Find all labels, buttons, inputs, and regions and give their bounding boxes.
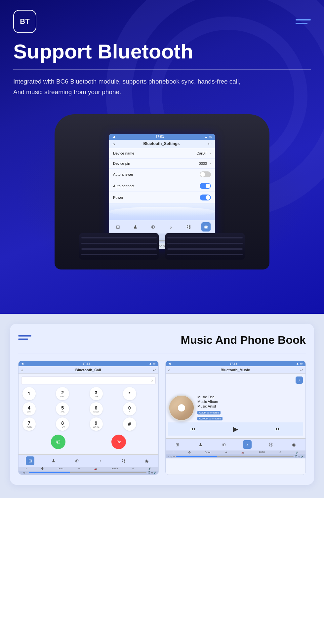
status-icons: ▲ ▭ — [204, 135, 212, 139]
music-home-icon[interactable]: ⌂ — [168, 368, 170, 372]
bottom-card-header: Music And Phone Book — [18, 334, 306, 346]
music-nav: ⌂ Bluetooth_Music ↩ — [166, 366, 305, 374]
dial-2[interactable]: 2ABC — [56, 387, 69, 400]
call-camera-icon[interactable]: ◉ — [142, 456, 151, 465]
auto-answer-toggle[interactable] — [200, 171, 211, 177]
link-icon[interactable]: ⛓ — [184, 222, 193, 232]
music-bottom-bar: ⊞ ♟ ✆ ♪ ⛓ ◉ — [166, 438, 305, 450]
chevron-icon: › — [210, 151, 211, 156]
music-icon[interactable]: ♪ — [166, 222, 176, 232]
music-link-icon[interactable]: ⛓ — [266, 440, 275, 449]
redial-button[interactable]: Re — [111, 435, 126, 449]
car-body: ◀ 17:53 ▲ ▭ ⌂ Bluetooth_Settings ↩ Devic… — [55, 114, 269, 269]
setting-device-name[interactable]: Device name CarBT › — [109, 148, 215, 159]
left-vent — [79, 233, 159, 260]
dial-hash[interactable]: # — [123, 417, 136, 431]
screen-statusbar: ◀ 17:53 ▲ ▭ — [109, 134, 215, 140]
dial-7[interactable]: 7PQRS — [22, 417, 36, 431]
screen-nav: ⌂ Bluetooth_Settings ↩ — [109, 140, 215, 148]
music-note-icon[interactable]: ♪ — [296, 376, 303, 384]
answer-call-button[interactable]: ✆ — [51, 435, 65, 449]
screen-bottom-bar: ⊞ ♟ ✆ ♪ ⛓ ◉ — [109, 220, 215, 233]
call-home-icon[interactable]: ⌂ — [21, 368, 23, 372]
music-music-icon[interactable]: ♪ — [243, 440, 252, 449]
power-toggle[interactable] — [200, 195, 211, 200]
dial-1[interactable]: 1 — [22, 387, 36, 400]
bluetooth-settings-screen: ◀ 17:53 ▲ ▭ ⌂ Bluetooth_Settings ↩ Devic… — [109, 134, 215, 249]
music-info-row: Music Title Music Album Music Artist A2D… — [168, 395, 303, 421]
music-body: ♪ Music Title Music Album Music Artist A… — [166, 374, 305, 438]
call-sys-bar: ⌂ ⏻ DUAL ❄ 🚗 AUTO ↺ 🔊 — [19, 467, 158, 471]
music-artist: Music Artist — [197, 404, 303, 408]
call-music-icon[interactable]: ♪ — [96, 456, 104, 465]
music-controls: ⏮ ▶ ⏭ — [168, 422, 303, 436]
music-nav-title: Bluetooth_Music — [221, 368, 250, 372]
call-person-icon[interactable]: ♟ — [49, 456, 58, 465]
call-grid-icon[interactable]: ⊞ — [26, 456, 34, 465]
call-back-nav-icon[interactable]: ↩ — [153, 368, 156, 372]
toggle-knob — [206, 184, 210, 188]
call-link-icon[interactable]: ⛓ — [119, 456, 128, 465]
screen-nav-title: Bluetooth_Settings — [143, 141, 180, 146]
dial-3[interactable]: 3DEF — [90, 387, 103, 400]
dial-actions: ✆ Re — [21, 432, 156, 452]
car-area: ◀ 17:53 ▲ ▭ ⌂ Bluetooth_Settings ↩ Devic… — [13, 101, 311, 286]
call-time: 17:53 — [83, 362, 90, 365]
screen-back-icon[interactable]: ↩ — [208, 141, 212, 146]
call-statusbar: ◀ 17:53 ▲ ▭ — [19, 361, 158, 366]
music-camera-icon[interactable]: ◉ — [290, 440, 298, 449]
screen-settings-body: Device name CarBT › Device pin 0000 › — [109, 148, 215, 220]
menu-button[interactable] — [296, 19, 311, 24]
setting-auto-connect[interactable]: Auto connect — [109, 180, 215, 192]
bt-logo: BT — [13, 10, 36, 33]
person-icon[interactable]: ♟ — [131, 222, 140, 232]
music-phone-icon[interactable]: ✆ — [220, 440, 228, 449]
clear-search-icon[interactable]: ✕ — [151, 379, 153, 382]
call-search-bar[interactable]: ✕ — [21, 376, 156, 384]
hero-section: BT Support Bluetooth Integrated with BC6… — [0, 0, 324, 314]
dial-5[interactable]: 5JKL — [56, 402, 69, 415]
album-center — [178, 404, 185, 411]
call-back-icon: ◀ — [21, 362, 23, 365]
phone-icon[interactable]: ✆ — [148, 222, 158, 232]
camera-icon[interactable]: ◉ — [201, 222, 211, 232]
a2dp-badge: A2DP connected — [197, 411, 221, 414]
setting-device-pin[interactable]: Device pin 0000 › — [109, 159, 215, 169]
hero-description: Integrated with BC6 Bluetooth module, su… — [13, 76, 245, 98]
dial-9[interactable]: 9WXYZ — [90, 417, 103, 431]
album-art — [168, 395, 195, 421]
music-grid-icon[interactable]: ⊞ — [173, 440, 182, 449]
toggle-knob — [200, 172, 205, 177]
dial-8[interactable]: 8TUV — [56, 417, 69, 431]
chevron-icon: › — [210, 161, 211, 166]
call-vol-bar: ← 0 ↔ 🎵 0 🔊 — [19, 471, 158, 475]
play-button[interactable]: ▶ — [233, 425, 238, 433]
skip-forward-button[interactable]: ⏭ — [275, 426, 281, 432]
music-back-nav-icon[interactable]: ↩ — [300, 368, 303, 372]
home-icon[interactable]: ⌂ — [112, 141, 115, 146]
call-phone-icon[interactable]: ✆ — [72, 456, 81, 465]
dialpad: 1 2ABC 3DEF * 4GHI 5JKL 6MNO 0+ 7PQRS 8T… — [21, 387, 156, 431]
hero-divider — [13, 69, 311, 70]
bottom-title: Music And Phone Book — [181, 334, 306, 346]
skip-back-button[interactable]: ⏮ — [190, 426, 196, 432]
grid-icon[interactable]: ⊞ — [113, 222, 123, 232]
music-person-icon[interactable]: ♟ — [196, 440, 205, 449]
setting-auto-answer[interactable]: Auto answer — [109, 169, 215, 180]
dial-4[interactable]: 4GHI — [22, 402, 36, 415]
bottom-card: Music And Phone Book ◀ 17:53 ▲ ▭ ⌂ Bluet… — [10, 324, 314, 485]
dial-6[interactable]: 6MNO — [90, 402, 103, 415]
call-nav-title: Bluetooth_Call — [75, 368, 101, 372]
setting-power[interactable]: Power — [109, 192, 215, 203]
music-album: Music Album — [197, 400, 303, 404]
auto-connect-toggle[interactable] — [200, 183, 211, 189]
dial-0[interactable]: 0+ — [123, 402, 136, 415]
dial-star[interactable]: * — [123, 387, 136, 400]
music-sys-bar: ⌂ ⏻ DUAL ❄ 🚗 AUTO ↺ 🔊 — [166, 450, 305, 454]
car-dashboard: ◀ 17:53 ▲ ▭ ⌂ Bluetooth_Settings ↩ Devic… — [43, 108, 281, 279]
music-vol-bar: ← 0 ↔ 🎵 0 🔊 — [166, 454, 305, 458]
bottom-divider — [18, 353, 306, 353]
music-statusbar: ◀ 17:53 ▲ ▭ — [166, 361, 305, 366]
bottom-menu-icon[interactable] — [18, 335, 31, 340]
dashboard-vents — [79, 233, 245, 260]
